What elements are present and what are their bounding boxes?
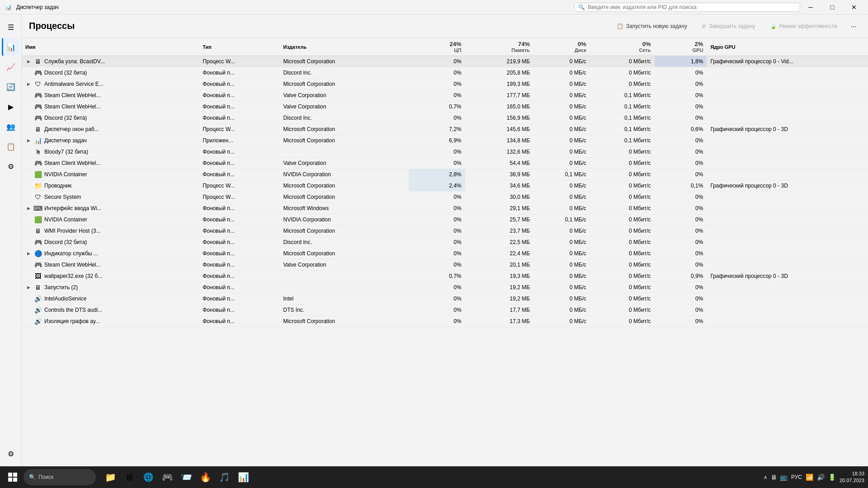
- tray-battery-icon[interactable]: 🔋: [828, 474, 836, 481]
- process-gpu: 0,1%: [655, 180, 707, 192]
- taskbar-app-taskmgr[interactable]: 📊: [234, 468, 252, 486]
- search-bar[interactable]: 🔍: [574, 3, 800, 12]
- taskbar-app-spotify[interactable]: 🎵: [215, 468, 233, 486]
- process-label: Индикатор службы ...: [44, 250, 98, 257]
- tray-volume-icon[interactable]: 🔊: [817, 474, 825, 481]
- table-row[interactable]: 🎮Steam Client WebHel...Фоновый п...Valve…: [22, 101, 868, 113]
- sidebar-app-history[interactable]: 🔄: [2, 78, 20, 96]
- tray-wifi-icon[interactable]: 📶: [806, 474, 813, 481]
- tray-network-icon[interactable]: 🖥: [771, 474, 777, 481]
- process-cpu: 0%: [409, 282, 465, 293]
- tray-display-icon[interactable]: 📺: [780, 474, 788, 481]
- tray-clock[interactable]: 18:33 20.07.2023: [840, 470, 864, 484]
- table-row[interactable]: 🎮Discord (32 бита)Фоновый п...Discord In…: [22, 113, 868, 124]
- table-row[interactable]: 🔊IntelAudioServiceФоновый п...Intel0%19,…: [22, 293, 868, 305]
- sidebar-processes[interactable]: 📊: [2, 38, 20, 56]
- col-header-disk[interactable]: 0% Диск: [533, 38, 590, 56]
- end-task-button[interactable]: ⊘ Завершить задачу: [696, 20, 761, 32]
- expand-button: [25, 103, 32, 110]
- col-header-name[interactable]: Имя: [22, 38, 199, 56]
- minimize-button[interactable]: ─: [800, 0, 821, 14]
- process-gpu-engine: [707, 293, 868, 305]
- process-disk: 0 МБ/с: [533, 124, 590, 135]
- process-label: Диспетчер окон раб...: [44, 126, 99, 132]
- expand-button[interactable]: ▶: [25, 205, 32, 211]
- process-publisher: Microsoft Corporation: [280, 79, 409, 90]
- table-row[interactable]: 📁ПроводникПроцесс W...Microsoft Corporat…: [22, 180, 868, 192]
- table-row[interactable]: 🖥WMI Provider Host (3...Фоновый п...Micr…: [22, 225, 868, 237]
- sidebar-settings[interactable]: ⚙: [2, 445, 20, 463]
- col-header-gpu-engine[interactable]: Ядро GPU: [707, 38, 868, 56]
- table-row[interactable]: 🎮Discord (32 бита)Фоновый п...Discord In…: [22, 237, 868, 248]
- table-row[interactable]: ▶🖥Запустить (2)Фоновый п...0%19,2 МБ0 МБ…: [22, 282, 868, 293]
- process-cpu: 0%: [409, 158, 465, 169]
- taskbar-app-files[interactable]: 📁: [101, 468, 119, 486]
- sidebar-performance[interactable]: 📈: [2, 58, 20, 76]
- col-header-publisher[interactable]: Издатель: [280, 38, 409, 56]
- expand-button[interactable]: ▶: [25, 81, 32, 87]
- table-row[interactable]: 🟩NVIDIA ContainerФоновый п...NVIDIA Corp…: [22, 169, 868, 180]
- sidebar-menu[interactable]: ☰: [2, 18, 20, 36]
- process-label: Discord (32 бита): [44, 70, 87, 76]
- table-row[interactable]: ▶🛡Antimalware Service E...Фоновый п...Mi…: [22, 79, 868, 90]
- col-header-mem[interactable]: 74% Память: [465, 38, 534, 56]
- col-header-net[interactable]: 0% Сеть: [590, 38, 655, 56]
- expand-button[interactable]: ▶: [25, 137, 32, 144]
- sidebar-startup[interactable]: ▶: [2, 98, 20, 116]
- table-row[interactable]: ▶📊Диспетчер задачПриложен...Microsoft Co…: [22, 135, 868, 146]
- table-row[interactable]: 🖼wallpaper32.exe (32 б...Фоновый п...0,7…: [22, 271, 868, 282]
- process-net: 0 Мбит/с: [590, 248, 655, 259]
- process-disk: 0 МБ/с: [533, 203, 590, 214]
- search-input[interactable]: [588, 4, 769, 10]
- taskbar-search[interactable]: 🔍 Поиск: [24, 469, 96, 485]
- more-options-button[interactable]: ···: [846, 19, 861, 33]
- sidebar-details[interactable]: 📋: [2, 137, 20, 155]
- table-row[interactable]: 🖱Bloody7 (32 бита)Фоновый п...0%132,6 МБ…: [22, 146, 868, 158]
- close-button[interactable]: ✕: [844, 0, 864, 14]
- table-row[interactable]: ▶🔵Индикатор службы ...Фоновый п...Micros…: [22, 248, 868, 259]
- table-row[interactable]: ▶⌨Интерфейс ввода Wi...Фоновый п...Micro…: [22, 203, 868, 214]
- process-publisher: Valve Corporation: [280, 158, 409, 169]
- table-row[interactable]: 🎮Steam Client WebHel...Фоновый п...Valve…: [22, 158, 868, 169]
- taskbar-app-browser2[interactable]: 🖥: [120, 468, 138, 486]
- sidebar: ☰ 📊 📈 🔄 ▶ 👥 📋 ⚙ ⚙: [0, 14, 22, 466]
- process-net: 0 Мбит/с: [590, 225, 655, 237]
- table-row[interactable]: ▶🖥Служба узла: BcastDV...Процесс W...Mic…: [22, 56, 868, 67]
- table-row[interactable]: 🟩NVIDIA ContainerФоновый п...NVIDIA Corp…: [22, 214, 868, 225]
- taskbar-app-chrome[interactable]: 🌐: [139, 468, 157, 486]
- maximize-button[interactable]: □: [822, 0, 843, 14]
- process-gpu: 0%: [655, 282, 707, 293]
- sidebar-services[interactable]: ⚙: [2, 157, 20, 175]
- process-mem: 54,4 МБ: [465, 158, 534, 169]
- expand-button[interactable]: ▶: [25, 250, 32, 257]
- expand-button[interactable]: ▶: [25, 284, 32, 291]
- main-content: Процессы 📋 Запустить новую задачу ⊘ Заве…: [22, 14, 868, 466]
- table-row[interactable]: 🔊Изоляция графов ау...Фоновый п...Micros…: [22, 316, 868, 327]
- table-row[interactable]: 🎮Discord (32 бита)Фоновый п...Discord In…: [22, 67, 868, 79]
- taskbar-app-blender[interactable]: 🔥: [196, 468, 214, 486]
- process-icon: 🟩: [34, 171, 42, 178]
- col-header-gpu[interactable]: 2% GPU: [655, 38, 707, 56]
- table-row[interactable]: 🔊Controls the DTS audi...Фоновый п...DTS…: [22, 305, 868, 316]
- sidebar-users[interactable]: 👥: [2, 117, 20, 136]
- start-button[interactable]: [4, 468, 22, 486]
- expand-button[interactable]: ▶: [25, 58, 32, 65]
- table-row[interactable]: 🛡Secure SystemПроцесс W...Microsoft Corp…: [22, 192, 868, 203]
- process-disk: 0 МБ/с: [533, 180, 590, 192]
- new-task-button[interactable]: 📋 Запустить новую задачу: [611, 20, 693, 32]
- taskbar-app-steam[interactable]: 🎮: [158, 468, 176, 486]
- process-disk: 0 МБ/с: [533, 90, 590, 101]
- tray-language[interactable]: РУС: [791, 474, 802, 480]
- process-cpu: 0,7%: [409, 271, 465, 282]
- process-name-cell: 🟩NVIDIA Container: [22, 169, 199, 180]
- col-header-cpu[interactable]: 24% ЦП: [409, 38, 465, 56]
- tray-chevron[interactable]: ∧: [764, 474, 767, 480]
- taskbar-app-telegram[interactable]: 📨: [177, 468, 195, 486]
- table-row[interactable]: 🎮Steam Client WebHel...Фоновый п...Valve…: [22, 90, 868, 101]
- table-row[interactable]: 🎮Steam Client WebHel...Фоновый п...Valve…: [22, 259, 868, 271]
- table-row[interactable]: 🖥Диспетчер окон раб...Процесс W...Micros…: [22, 124, 868, 135]
- col-header-type[interactable]: Тип: [199, 38, 279, 56]
- efficiency-button[interactable]: 🍃 Режим эффективности: [764, 20, 843, 32]
- process-label: Steam Client WebHel...: [44, 262, 101, 268]
- process-mem: 165,0 МБ: [465, 101, 534, 113]
